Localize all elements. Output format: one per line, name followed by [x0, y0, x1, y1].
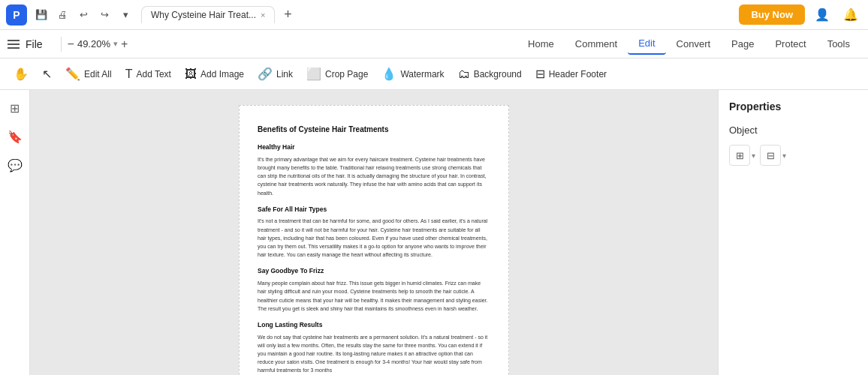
- add-text-tool[interactable]: TAdd Text: [119, 64, 177, 85]
- edit-all-tool-icon: ✏️: [65, 67, 80, 81]
- watermark-tool-icon: 💧: [381, 67, 396, 81]
- edit-all-tool[interactable]: ✏️Edit All: [59, 63, 118, 85]
- edit-all-tool-label: Edit All: [84, 69, 112, 80]
- link-tool[interactable]: 🔗Link: [252, 63, 299, 85]
- align-chevron-2: ▾: [782, 152, 786, 160]
- nav-tab-edit[interactable]: Edit: [628, 33, 665, 55]
- document-area[interactable]: Benefits of Cysteine Hair Treatments Hea…: [30, 90, 718, 375]
- zoom-control: − 49.20% ▾ +: [68, 38, 128, 51]
- document-page: Benefits of Cysteine Hair Treatments Hea…: [239, 105, 509, 375]
- file-menu[interactable]: File: [26, 38, 43, 50]
- hamburger-menu[interactable]: [8, 40, 20, 49]
- section-heading: Say Goodbye To Frizz: [258, 266, 490, 276]
- nav-tab-page[interactable]: Page: [721, 34, 764, 54]
- title-bar: P 💾 🖨 ↩ ↪ ▾ Why Cysteine Hair Treat... ×…: [0, 0, 868, 30]
- add-text-tool-label: Add Text: [136, 69, 170, 80]
- watermark-tool[interactable]: 💧Watermark: [375, 63, 450, 85]
- hand-tool-icon: ✋: [14, 67, 29, 81]
- window-actions: 💾 🖨 ↩ ↪ ▾: [33, 7, 134, 23]
- active-tab[interactable]: Why Cysteine Hair Treat... ×: [141, 6, 275, 23]
- zoom-out-btn[interactable]: −: [68, 38, 74, 51]
- properties-label: Properties: [729, 100, 857, 112]
- section-heading: Healthy Hair: [258, 142, 490, 152]
- zoom-in-btn[interactable]: +: [121, 38, 128, 51]
- menu-bar: File − 49.20% ▾ + HomeCommentEditConvert…: [0, 30, 868, 58]
- save-btn[interactable]: 💾: [33, 7, 50, 23]
- user-icon[interactable]: 👤: [811, 4, 833, 26]
- add-text-tool-icon: T: [125, 68, 133, 81]
- zoom-value: 49.20%: [77, 38, 110, 50]
- tab-bar: Why Cysteine Hair Treat... × +: [141, 5, 739, 25]
- app-logo: P: [6, 4, 27, 26]
- nav-tab-tools[interactable]: Tools: [817, 34, 860, 54]
- new-tab-btn[interactable]: +: [278, 5, 297, 25]
- bookmark-icon[interactable]: 🔖: [5, 126, 26, 147]
- background-tool[interactable]: 🗂Background: [452, 64, 528, 85]
- select-tool-icon: ↖: [42, 67, 52, 81]
- section-text: Many people complain about hair frizz. T…: [258, 279, 490, 313]
- crop-page-tool-icon: ⬜: [306, 67, 321, 81]
- document-title: Benefits of Cysteine Hair Treatments: [258, 124, 490, 135]
- left-sidebar: ⊞🔖💬: [0, 90, 30, 375]
- header-footer-tool[interactable]: ⊟Header Footer: [529, 63, 613, 85]
- align-chevron-1: ▾: [752, 152, 755, 160]
- section-text: We do not say that cysteine hair treatme…: [258, 333, 490, 375]
- align-right-btn[interactable]: ⊟: [760, 145, 781, 166]
- align-right-dropdown[interactable]: ⊟ ▾: [760, 145, 786, 166]
- watermark-tool-label: Watermark: [400, 69, 444, 80]
- redo-btn[interactable]: ↪: [96, 7, 113, 23]
- background-tool-icon: 🗂: [458, 68, 470, 81]
- nav-tab-protect[interactable]: Protect: [764, 34, 816, 54]
- nav-tabs: HomeCommentEditConvertPageProtectTools: [517, 33, 860, 55]
- select-tool[interactable]: ↖: [36, 63, 58, 85]
- object-tools: ⊞ ▾ ⊟ ▾: [729, 145, 857, 166]
- tab-title: Why Cysteine Hair Treat...: [151, 10, 256, 20]
- main-area: ⊞🔖💬 Benefits of Cysteine Hair Treatments…: [0, 90, 868, 375]
- right-panel: Properties Object ⊞ ▾ ⊟ ▾: [718, 90, 868, 375]
- separator-1: [61, 37, 62, 52]
- toolbar: ✋↖✏️Edit AllTAdd Text🖼Add Image🔗Link⬜Cro…: [0, 58, 868, 90]
- add-image-tool[interactable]: 🖼Add Image: [179, 64, 250, 85]
- section-text: It's not a treatment that can be harmful…: [258, 217, 490, 259]
- nav-tab-home[interactable]: Home: [517, 34, 565, 54]
- section-text: It's the primary advantage that we aim f…: [258, 155, 490, 197]
- bell-icon[interactable]: 🔔: [839, 4, 862, 26]
- comment-icon[interactable]: 💬: [5, 154, 26, 176]
- buy-now-button[interactable]: Buy Now: [739, 4, 805, 25]
- nav-tab-convert[interactable]: Convert: [666, 34, 722, 54]
- undo-btn[interactable]: ↩: [75, 7, 92, 23]
- thumbnail-icon[interactable]: ⊞: [5, 98, 26, 118]
- more-btn[interactable]: ▾: [117, 7, 134, 23]
- align-left-dropdown[interactable]: ⊞ ▾: [729, 145, 755, 166]
- nav-tab-comment[interactable]: Comment: [565, 34, 628, 54]
- crop-page-tool[interactable]: ⬜Crop Page: [300, 63, 374, 85]
- header-footer-tool-label: Header Footer: [549, 69, 607, 80]
- add-image-tool-label: Add Image: [200, 69, 244, 80]
- hand-tool[interactable]: ✋: [8, 63, 35, 85]
- header-footer-tool-icon: ⊟: [535, 67, 545, 81]
- align-left-btn[interactable]: ⊞: [729, 145, 750, 166]
- section-heading: Long Lasting Results: [258, 320, 490, 330]
- tab-close-btn[interactable]: ×: [261, 10, 265, 20]
- print-btn[interactable]: 🖨: [54, 7, 71, 23]
- section-heading: Safe For All Hair Types: [258, 205, 490, 214]
- link-tool-label: Link: [276, 69, 293, 80]
- background-tool-label: Background: [474, 69, 522, 80]
- zoom-dropdown-arrow[interactable]: ▾: [113, 39, 118, 49]
- object-label: Object: [729, 124, 857, 136]
- add-image-tool-icon: 🖼: [185, 68, 197, 81]
- crop-page-tool-label: Crop Page: [325, 69, 368, 80]
- link-tool-icon: 🔗: [258, 67, 273, 81]
